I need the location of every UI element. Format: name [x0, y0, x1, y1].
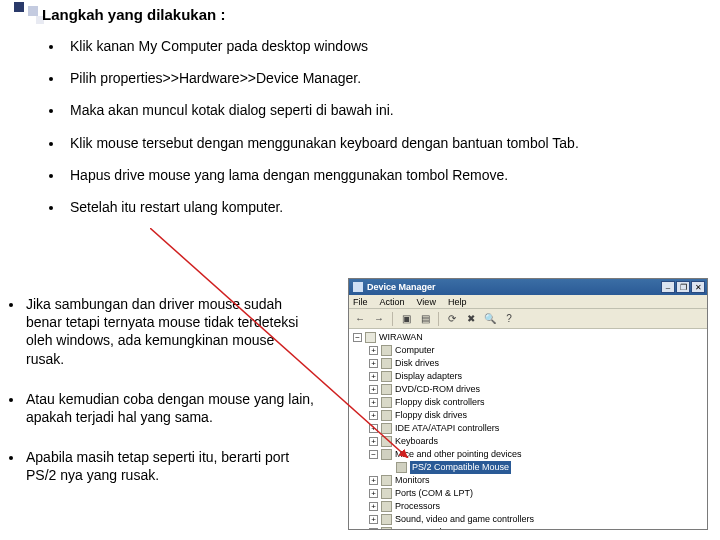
device-icon — [381, 501, 392, 512]
properties-icon: ▤ — [421, 313, 430, 324]
menu-view[interactable]: View — [417, 297, 436, 307]
app-icon — [353, 282, 363, 292]
tree-item[interactable]: +Ports (COM & LPT) — [351, 487, 707, 500]
forward-button[interactable]: → — [371, 311, 387, 327]
toolbar: ← → ▣ ▤ ⟳ ✖ 🔍 ? — [349, 309, 707, 329]
device-icon — [381, 475, 392, 486]
menu-help[interactable]: Help — [448, 297, 467, 307]
tree-item[interactable]: +Keyboards — [351, 435, 707, 448]
page-title: Langkah yang dilakukan : — [42, 6, 710, 23]
device-tree[interactable]: − WIRAWAN +Computer +Disk drives +Displa… — [349, 329, 707, 529]
expand-icon[interactable]: + — [369, 346, 378, 355]
collapse-icon[interactable]: − — [353, 333, 362, 342]
tree-root[interactable]: − WIRAWAN — [351, 331, 707, 344]
menu-file[interactable]: File — [353, 297, 368, 307]
expand-icon[interactable]: + — [369, 489, 378, 498]
close-button[interactable]: ✕ — [691, 281, 705, 293]
expand-icon[interactable]: + — [369, 385, 378, 394]
expand-icon[interactable]: + — [369, 528, 378, 529]
steps-list: Klik kanan My Computer pada desktop wind… — [64, 37, 710, 216]
tree-item[interactable]: +Disk drives — [351, 357, 707, 370]
step-item: Hapus drive mouse yang lama dengan mengg… — [64, 166, 710, 184]
expand-icon[interactable]: + — [369, 372, 378, 381]
remove-icon: ✖ — [467, 313, 475, 324]
tree-item[interactable]: +Processors — [351, 500, 707, 513]
titlebar[interactable]: Device Manager – ❐ ✕ — [349, 279, 707, 295]
note-item: Atau kemudian coba dengan mouse yang lai… — [24, 390, 316, 426]
device-manager-window: Device Manager – ❐ ✕ File Action View He… — [348, 278, 708, 530]
separator — [392, 312, 393, 326]
step-item: Klik kanan My Computer pada desktop wind… — [64, 37, 710, 55]
device-icon — [381, 514, 392, 525]
help-icon: ? — [506, 313, 512, 324]
properties-button[interactable]: ▤ — [417, 311, 433, 327]
expand-icon[interactable]: + — [369, 437, 378, 446]
scan-icon: 🔍 — [484, 313, 496, 324]
view-icon: ▣ — [402, 313, 411, 324]
device-icon — [381, 410, 392, 421]
window-title: Device Manager — [367, 282, 660, 292]
remove-button[interactable]: ✖ — [463, 311, 479, 327]
expand-icon[interactable]: + — [369, 476, 378, 485]
step-item: Setelah itu restart ulang komputer. — [64, 198, 710, 216]
tree-item[interactable]: +IDE ATA/ATAPI controllers — [351, 422, 707, 435]
expand-icon[interactable]: + — [369, 411, 378, 420]
view-button[interactable]: ▣ — [398, 311, 414, 327]
arrow-right-icon: → — [374, 313, 384, 324]
tree-item[interactable]: +Display adapters — [351, 370, 707, 383]
tree-item[interactable]: +Computer — [351, 344, 707, 357]
step-item: Maka akan muncul kotak dialog seperti di… — [64, 101, 710, 119]
back-button[interactable]: ← — [352, 311, 368, 327]
step-item: Klik mouse tersebut dengan menggunakan k… — [64, 134, 710, 152]
device-icon — [381, 488, 392, 499]
menu-action[interactable]: Action — [380, 297, 405, 307]
tree-item[interactable]: +Sound, video and game controllers — [351, 513, 707, 526]
note-item: Jika sambungan dan driver mouse sudah be… — [24, 295, 316, 368]
device-icon — [381, 345, 392, 356]
selected-mouse-label: PS/2 Compatible Mouse — [410, 461, 511, 474]
maximize-button[interactable]: ❐ — [676, 281, 690, 293]
tree-item-ps2-mouse[interactable]: PS/2 Compatible Mouse — [351, 461, 707, 474]
expand-icon[interactable]: + — [369, 502, 378, 511]
device-icon — [381, 397, 392, 408]
device-icon — [381, 371, 392, 382]
tree-item-mice[interactable]: −Mice and other pointing devices — [351, 448, 707, 461]
minimize-button[interactable]: – — [661, 281, 675, 293]
notes-list: Jika sambungan dan driver mouse sudah be… — [24, 295, 316, 485]
expand-icon[interactable]: + — [369, 359, 378, 368]
tree-item[interactable]: +DVD/CD-ROM drives — [351, 383, 707, 396]
refresh-button[interactable]: ⟳ — [444, 311, 460, 327]
scan-button[interactable]: 🔍 — [482, 311, 498, 327]
tree-item[interactable]: +Floppy disk controllers — [351, 396, 707, 409]
mouse-icon — [396, 462, 407, 473]
computer-icon — [365, 332, 376, 343]
collapse-icon[interactable]: − — [369, 450, 378, 459]
tree-item[interactable]: +Monitors — [351, 474, 707, 487]
device-icon — [381, 384, 392, 395]
device-icon — [381, 358, 392, 369]
expand-icon[interactable]: + — [369, 398, 378, 407]
arrow-left-icon: ← — [355, 313, 365, 324]
mouse-icon — [381, 449, 392, 460]
separator — [438, 312, 439, 326]
device-icon — [381, 423, 392, 434]
device-icon — [381, 527, 392, 529]
step-item: Pilih properties>>Hardware>>Device Manag… — [64, 69, 710, 87]
help-button[interactable]: ? — [501, 311, 517, 327]
tree-root-label: WIRAWAN — [379, 331, 423, 344]
refresh-icon: ⟳ — [448, 313, 456, 324]
note-item: Apabila masih tetap seperti itu, berarti… — [24, 448, 316, 484]
slide-decor — [4, 0, 46, 24]
expand-icon[interactable]: + — [369, 515, 378, 524]
tree-item[interactable]: +Storage Volumes — [351, 526, 707, 529]
tree-item[interactable]: +Floppy disk drives — [351, 409, 707, 422]
expand-icon[interactable]: + — [369, 424, 378, 433]
menubar: File Action View Help — [349, 295, 707, 309]
device-icon — [381, 436, 392, 447]
